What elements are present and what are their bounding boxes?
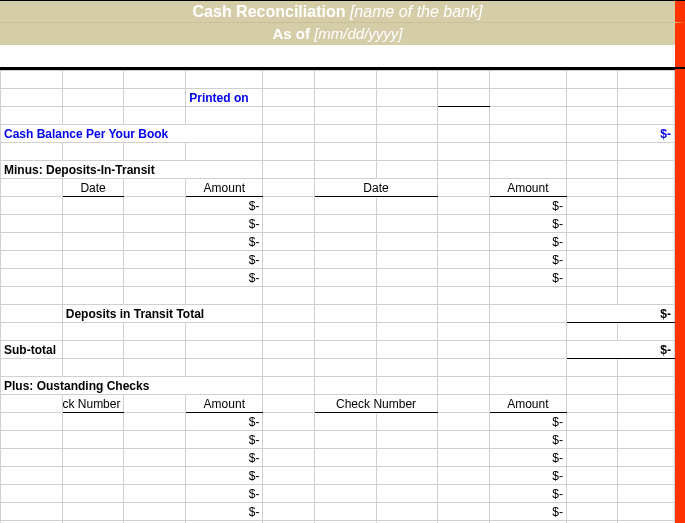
deposit-right-2: $- xyxy=(489,233,566,251)
asof-prefix: As of xyxy=(272,25,314,42)
amount-header-3: Amount xyxy=(186,395,263,413)
red-margin-column xyxy=(675,69,685,523)
cash-balance-row: Cash Balance Per Your Book $- xyxy=(1,125,675,143)
deposits-columns-header: Date Amount Date Amount xyxy=(1,179,675,197)
check-left-1: $- xyxy=(186,431,263,449)
spreadsheet-grid: Printed on Cash Balance Per Your Book $-… xyxy=(0,70,675,523)
check-left-4: $- xyxy=(186,485,263,503)
title-bar: Cash Reconciliation [name of the bank] xyxy=(0,1,685,23)
check-right-1: $- xyxy=(489,431,566,449)
check-number-header-1: Check Number xyxy=(62,395,124,413)
subtotal-row: Sub-total $- xyxy=(1,341,675,359)
amount-header-2: Amount xyxy=(489,179,566,197)
date-header-2: Date xyxy=(314,179,437,197)
asof-bar: As of [mm/dd/yyyy] xyxy=(0,23,685,45)
deposit-left-1: $- xyxy=(186,215,263,233)
check-right-5: $- xyxy=(489,503,566,521)
minus-deposits-header: Minus: Deposits-In-Transit xyxy=(1,161,675,179)
cash-balance-value: $- xyxy=(618,125,675,143)
deposits-total-label: Deposits in Transit Total xyxy=(62,305,263,323)
printed-on-label: Printed on xyxy=(186,89,263,107)
subtotal-value: $- xyxy=(566,341,674,359)
check-left-0: $- xyxy=(186,413,263,431)
printed-on-row: Printed on xyxy=(1,89,675,107)
asof-placeholder: [mm/dd/yyyy] xyxy=(314,25,402,42)
check-left-5: $- xyxy=(186,503,263,521)
check-left-2: $- xyxy=(186,449,263,467)
check-right-4: $- xyxy=(489,485,566,503)
checks-columns-header: Check Number Amount Check Number Amount xyxy=(1,395,675,413)
deposit-left-4: $- xyxy=(186,269,263,287)
plus-checks-label: Plus: Oustanding Checks xyxy=(1,377,263,395)
deposit-left-0: $- xyxy=(186,197,263,215)
check-right-3: $- xyxy=(489,467,566,485)
check-number-header-2: Check Number xyxy=(314,395,437,413)
date-header-1: Date xyxy=(62,179,124,197)
deposit-left-3: $- xyxy=(186,251,263,269)
title-prefix: Cash Reconciliation xyxy=(193,3,350,20)
plus-checks-header: Plus: Oustanding Checks xyxy=(1,377,675,395)
title-placeholder: [name of the bank] xyxy=(350,3,483,20)
blank-row xyxy=(1,71,675,89)
deposit-right-1: $- xyxy=(489,215,566,233)
subtotal-label: Sub-total xyxy=(1,341,63,359)
check-right-2: $- xyxy=(489,449,566,467)
minus-deposits-label: Minus: Deposits-In-Transit xyxy=(1,161,263,179)
deposits-total-row: Deposits in Transit Total $- xyxy=(1,305,675,323)
deposit-left-2: $- xyxy=(186,233,263,251)
cash-balance-label: Cash Balance Per Your Book xyxy=(1,125,263,143)
amount-header-1: Amount xyxy=(186,179,263,197)
deposits-total-value: $- xyxy=(566,305,674,323)
check-left-3: $- xyxy=(186,467,263,485)
deposit-right-4: $- xyxy=(489,269,566,287)
amount-header-4: Amount xyxy=(489,395,566,413)
check-right-0: $- xyxy=(489,413,566,431)
deposit-right-0: $- xyxy=(489,197,566,215)
deposit-right-3: $- xyxy=(489,251,566,269)
